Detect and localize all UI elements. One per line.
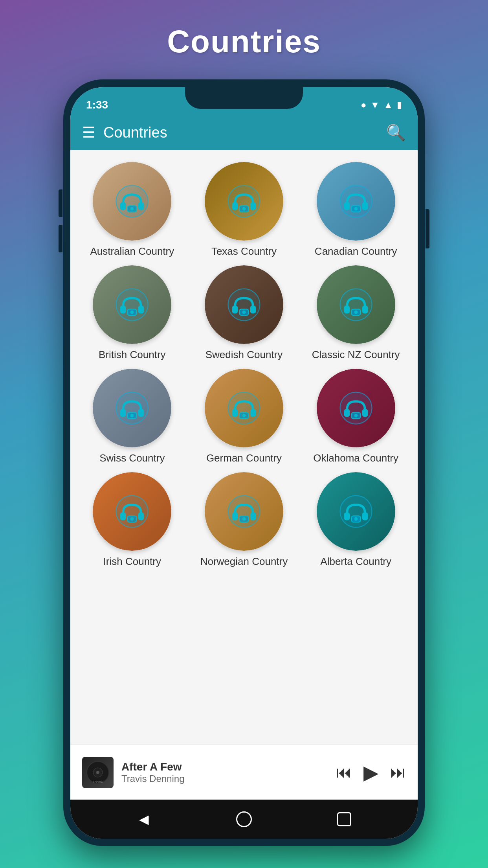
svg-rect-57 bbox=[362, 512, 368, 520]
svg-rect-27 bbox=[362, 305, 368, 313]
status-time: 1:33 bbox=[86, 99, 108, 111]
app-bar: ☰ Countries 🔍 bbox=[70, 115, 418, 150]
svg-text:TRAVIS: TRAVIS bbox=[93, 780, 103, 783]
svg-rect-32 bbox=[138, 409, 144, 417]
wifi-icon: ▼ bbox=[370, 99, 380, 110]
volume-down-button[interactable] bbox=[59, 225, 62, 252]
country-circle-classic-nz bbox=[317, 265, 395, 344]
list-item[interactable]: Classic NZ Country bbox=[302, 265, 410, 361]
playback-controls: ⏮ ▶ ⏭ bbox=[336, 761, 406, 784]
country-label: German Country bbox=[206, 452, 282, 464]
prev-button[interactable]: ⏮ bbox=[336, 763, 352, 781]
svg-rect-12 bbox=[362, 202, 368, 210]
country-label: Canadian Country bbox=[315, 245, 397, 257]
country-label: Oklahoma Country bbox=[313, 452, 398, 464]
svg-point-10 bbox=[340, 186, 372, 217]
list-item[interactable]: Texas Country bbox=[190, 162, 298, 257]
hamburger-menu-button[interactable]: ☰ bbox=[82, 124, 95, 141]
app-bar-title: Countries bbox=[103, 124, 167, 141]
country-circle-alberta bbox=[317, 472, 395, 551]
list-item[interactable]: Norwegian Country bbox=[190, 472, 298, 568]
album-art-inner: TRAVIS bbox=[82, 757, 114, 788]
svg-point-30 bbox=[116, 392, 148, 424]
headphone-icon bbox=[114, 494, 150, 529]
svg-rect-22 bbox=[250, 305, 256, 313]
svg-rect-36 bbox=[232, 409, 238, 417]
now-playing-artist: Travis Denning bbox=[121, 773, 328, 784]
album-art: TRAVIS bbox=[82, 757, 114, 788]
list-item[interactable]: German Country bbox=[190, 369, 298, 464]
list-item[interactable]: Oklahoma Country bbox=[302, 369, 410, 464]
headphone-icon bbox=[338, 390, 374, 426]
svg-point-9 bbox=[242, 207, 246, 211]
signal-icon: ▲ bbox=[383, 99, 393, 110]
svg-point-14 bbox=[354, 207, 358, 211]
phone-screen: 1:33 ● ▼ ▲ ▮ ☰ Countries 🔍 bbox=[70, 87, 418, 839]
country-label: Alberta Country bbox=[320, 555, 391, 568]
now-playing-title: After A Few bbox=[121, 761, 328, 773]
country-label: Swiss Country bbox=[99, 452, 165, 464]
country-circle-australian bbox=[93, 162, 171, 241]
volume-up-button[interactable] bbox=[59, 189, 62, 217]
svg-point-55 bbox=[340, 496, 372, 528]
svg-rect-52 bbox=[250, 512, 256, 520]
app-bar-left: ☰ Countries bbox=[82, 124, 167, 141]
country-circle-swedish bbox=[205, 265, 283, 344]
svg-point-4 bbox=[130, 207, 134, 211]
list-item[interactable]: Irish Country bbox=[78, 472, 186, 568]
home-button[interactable] bbox=[232, 807, 256, 831]
svg-rect-51 bbox=[232, 512, 238, 520]
country-circle-german bbox=[205, 369, 283, 447]
country-label: Swedish Country bbox=[205, 349, 283, 361]
list-item[interactable]: Alberta Country bbox=[302, 472, 410, 568]
country-label: Texas Country bbox=[211, 245, 277, 257]
list-item[interactable]: Swedish Country bbox=[190, 265, 298, 361]
svg-point-15 bbox=[116, 289, 148, 321]
country-circle-canadian bbox=[317, 162, 395, 241]
list-item[interactable]: Australian Country bbox=[78, 162, 186, 257]
headphone-icon bbox=[338, 494, 374, 529]
now-playing-info: After A Few Travis Denning bbox=[121, 761, 328, 784]
svg-point-34 bbox=[130, 414, 134, 417]
headphone-icon bbox=[226, 494, 262, 529]
notification-icon: ● bbox=[361, 99, 367, 110]
svg-rect-31 bbox=[120, 409, 126, 417]
svg-rect-46 bbox=[120, 512, 126, 520]
country-circle-swiss bbox=[93, 369, 171, 447]
country-label: British Country bbox=[99, 349, 166, 361]
svg-rect-41 bbox=[344, 409, 350, 417]
svg-rect-47 bbox=[138, 512, 144, 520]
svg-rect-16 bbox=[120, 305, 126, 313]
svg-rect-26 bbox=[344, 305, 350, 313]
svg-rect-2 bbox=[138, 202, 144, 210]
headphone-icon bbox=[114, 184, 150, 219]
svg-point-49 bbox=[130, 517, 134, 521]
country-label: Norwegian Country bbox=[200, 555, 288, 568]
list-item[interactable]: Swiss Country bbox=[78, 369, 186, 464]
phone-frame: 1:33 ● ▼ ▲ ▮ ☰ Countries 🔍 bbox=[63, 79, 425, 846]
headphone-icon bbox=[338, 184, 374, 219]
next-button[interactable]: ⏭ bbox=[390, 763, 406, 781]
country-circle-texas bbox=[205, 162, 283, 241]
country-label: Australian Country bbox=[90, 245, 174, 257]
headphone-icon bbox=[226, 390, 262, 426]
svg-point-20 bbox=[228, 289, 260, 321]
svg-rect-11 bbox=[344, 202, 350, 210]
country-circle-norwegian bbox=[205, 472, 283, 551]
svg-point-62 bbox=[96, 771, 99, 774]
svg-rect-37 bbox=[250, 409, 256, 417]
svg-rect-21 bbox=[232, 305, 238, 313]
power-button[interactable] bbox=[426, 209, 429, 248]
search-button[interactable]: 🔍 bbox=[386, 123, 406, 142]
back-button[interactable]: ◀ bbox=[132, 807, 156, 831]
svg-point-24 bbox=[242, 311, 246, 314]
list-item[interactable]: Canadian Country bbox=[302, 162, 410, 257]
play-button[interactable]: ▶ bbox=[363, 761, 378, 784]
svg-rect-1 bbox=[120, 202, 126, 210]
list-item[interactable]: British Country bbox=[78, 265, 186, 361]
headphone-icon bbox=[226, 184, 262, 219]
recents-button[interactable] bbox=[332, 807, 356, 831]
svg-rect-7 bbox=[250, 202, 256, 210]
country-circle-irish bbox=[93, 472, 171, 551]
country-circle-oklahoma bbox=[317, 369, 395, 447]
